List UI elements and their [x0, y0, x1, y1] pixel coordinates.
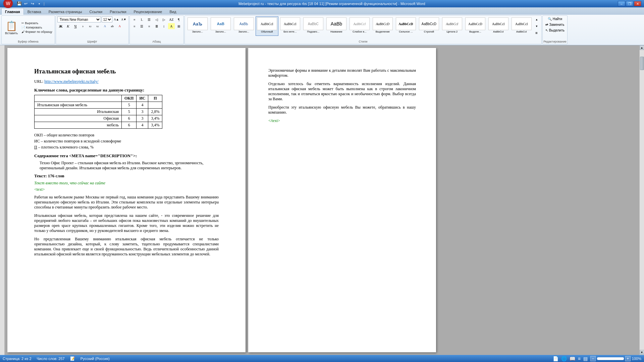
document-scroll-area[interactable]: Итальянская офисная мебель URL: http://w… — [5, 45, 639, 355]
numbering-button[interactable]: 1. — [139, 16, 145, 22]
find-button[interactable]: 🔍 Найти — [546, 16, 564, 21]
replace-button[interactable]: ⇄ Заменить — [544, 22, 566, 27]
page-indicator: Страница: 2 из 2 — [3, 357, 32, 361]
tab-page-layout[interactable]: Разметка страницы — [45, 8, 86, 15]
bullets-button[interactable]: ≡ — [131, 16, 138, 22]
redo-button[interactable]: ↪ — [30, 1, 36, 7]
page-1: Итальянская офисная мебель URL: http://w… — [7, 48, 246, 352]
save-button[interactable]: 💾 — [16, 1, 22, 7]
font-name-select[interactable]: Times New Roman — [57, 16, 101, 22]
tab-view[interactable]: Вид — [166, 8, 180, 15]
paste-button[interactable]: 📋 Вставить — [3, 20, 20, 35]
borders-button[interactable]: ⊞ — [175, 23, 182, 29]
clipboard-small-buttons: ✂ Вырезать 📄 Копировать 🖌 Формат по обра… — [20, 21, 53, 34]
format-painter-button[interactable]: 🖌 Формат по образцу — [20, 30, 53, 34]
url-link[interactable]: http://www.mebelprojekt.ru/italy/ — [44, 79, 98, 84]
cut-button[interactable]: ✂ Вырезать — [20, 21, 53, 25]
text-effects-button[interactable]: A — [102, 23, 108, 29]
language-indicator[interactable]: Русский (Россия) — [80, 357, 110, 361]
layout-web-button[interactable]: 🌐 — [561, 356, 567, 361]
font-color-button[interactable]: A — [116, 23, 123, 29]
scroll-up-button[interactable]: ▲ — [640, 45, 644, 50]
style-heading3[interactable]: АаВЬ Заголо... — [232, 16, 255, 36]
decrease-font-button[interactable]: A▼ — [120, 16, 127, 22]
zoom-in-button[interactable]: + — [625, 356, 631, 361]
col-header-is: ИС — [137, 95, 148, 102]
cell-word-2: Итальянская — [35, 109, 122, 115]
layout-draft-button[interactable]: ▤ — [583, 356, 588, 361]
zoom-out-button[interactable]: − — [590, 356, 596, 361]
strikethrough-button[interactable]: з — [79, 23, 86, 29]
styles-scroll-up[interactable]: ▲ — [533, 16, 540, 22]
subscript-button[interactable]: x2 — [87, 23, 94, 29]
style-strong[interactable]: АаВbCcD Сильное ... — [394, 16, 417, 36]
url-label: URL: — [34, 79, 43, 84]
undo-button[interactable]: ↩ — [23, 1, 29, 7]
decrease-indent-button[interactable]: ◁ — [153, 16, 160, 22]
tab-references[interactable]: Ссылки — [86, 8, 106, 15]
style-quote2[interactable]: АаВbCcI Цитата 2 — [441, 16, 464, 36]
copy-button[interactable]: 📄 Копировать — [20, 25, 53, 29]
line-spacing-button[interactable]: ↕ — [161, 23, 167, 29]
tag-open: <text> — [34, 187, 219, 192]
zoom-level[interactable]: 100% — [632, 357, 641, 361]
style-title[interactable]: АаВb Название — [325, 16, 348, 36]
tab-insert[interactable]: Вставка — [24, 8, 45, 15]
tab-home[interactable]: Главная — [1, 8, 24, 15]
sort-button[interactable]: AZ — [168, 16, 175, 22]
close-button[interactable]: ✕ — [634, 1, 641, 6]
spell-check-icon[interactable]: 📝 — [70, 356, 75, 361]
styles-scroll-down[interactable]: ▼ — [533, 23, 540, 29]
scroll-down-button[interactable]: ▼ — [640, 350, 644, 355]
style-heading1[interactable]: АаЪ Заголо... — [186, 16, 209, 36]
style-no-spacing[interactable]: АаВbCcI Без инте... — [279, 16, 302, 36]
style-normal[interactable]: АаВbCcI Обычный — [256, 16, 278, 36]
italic-button[interactable]: К — [65, 23, 71, 29]
scroll-thumb[interactable] — [640, 57, 644, 70]
styles-more[interactable]: ⊞ — [533, 30, 540, 36]
scrollbar-right[interactable]: ▲ ▼ — [639, 45, 644, 355]
underline-button[interactable]: Ч — [72, 23, 79, 29]
multilevel-list-button[interactable]: ☰ — [146, 16, 153, 22]
col-header-word — [35, 95, 122, 102]
style-subtle-emphasis[interactable]: АаВbCcI Слабое в... — [348, 16, 371, 36]
font-size-select[interactable]: 12 — [102, 16, 112, 22]
align-left-button[interactable]: ≡ — [131, 23, 138, 29]
page-title: Итальянская офисная мебель — [34, 68, 219, 75]
increase-indent-button[interactable]: ▷ — [161, 16, 167, 22]
minimize-button[interactable]: – — [618, 1, 625, 6]
show-formatting-button[interactable]: ¶ — [175, 16, 182, 22]
paragraph-row1: ≡ 1. ☰ ◁ ▷ AZ ¶ — [131, 16, 182, 22]
text-count: Текст: 176 слов — [34, 173, 219, 179]
style-heading2[interactable]: АаВ Заголо... — [209, 16, 232, 36]
shading-button[interactable]: A — [168, 23, 175, 29]
text-highlight-button[interactable]: ab — [109, 23, 116, 29]
cell-is-2: 3 — [137, 109, 148, 115]
font-label: Шрифт — [56, 40, 128, 43]
quick-access-dropdown[interactable]: ▾ — [36, 1, 42, 7]
select-button[interactable]: ↖ Выделить — [544, 28, 566, 33]
style-custom1[interactable]: АаВbCcI АаВbCcI — [487, 16, 510, 36]
style-strict[interactable]: АаВbCcD Строгий — [418, 16, 440, 36]
page-2: Эргономичные формы и внимание к деталям … — [248, 48, 436, 352]
layout-normal-button[interactable]: 📄 — [553, 356, 558, 361]
restore-button[interactable]: ❐ — [626, 1, 633, 6]
tab-mailings[interactable]: Рассылки — [106, 8, 130, 15]
justify-button[interactable]: ≣ — [153, 23, 160, 29]
superscript-button[interactable]: x2 — [94, 23, 101, 29]
office-button[interactable]: W — [3, 0, 13, 8]
layout-read-button[interactable]: 📖 — [570, 356, 575, 361]
bold-button[interactable]: Ж — [57, 23, 64, 29]
cell-word-4: мебель — [35, 122, 122, 129]
align-center-button[interactable]: ☰ — [139, 23, 145, 29]
layout-outline-button[interactable]: ≡ — [578, 356, 581, 361]
zoom-slider[interactable] — [597, 357, 624, 360]
style-subtitle[interactable]: АаВbC Подзаго... — [302, 16, 325, 36]
style-emphasis[interactable]: АаВbCcD Выделение — [371, 16, 394, 36]
style-highlight2[interactable]: АаВbCcD Выделе... — [464, 16, 487, 36]
legend-p: П – плотность ключевого слова, % — [34, 145, 219, 150]
tab-review[interactable]: Рецензирование — [130, 8, 166, 15]
align-right-button[interactable]: ≡ — [146, 23, 153, 29]
style-custom2[interactable]: АаВbCcI АаВbCcI — [510, 16, 533, 36]
increase-font-button[interactable]: A▲ — [113, 16, 120, 22]
